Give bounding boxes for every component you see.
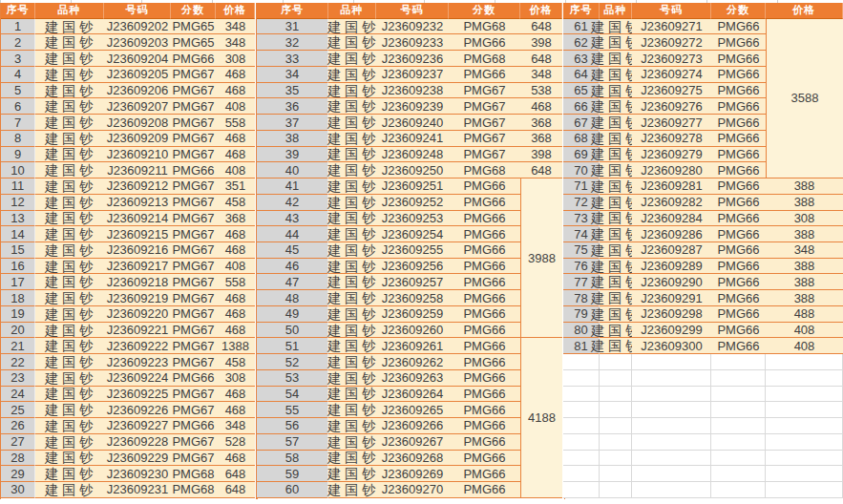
cell-number[interactable]: J23609221 xyxy=(104,323,171,339)
cell-serial[interactable]: 38 xyxy=(257,131,328,147)
cell-number[interactable]: J23609279 xyxy=(632,147,711,163)
cell-grade[interactable]: PMG66 xyxy=(711,211,766,227)
cell-empty[interactable] xyxy=(632,387,711,403)
cell-price[interactable]: 468 xyxy=(216,323,255,339)
cell-brand[interactable]: 建国钞 xyxy=(328,115,376,131)
cell-brand[interactable]: 建国钞 xyxy=(600,226,632,242)
cell-number[interactable]: J23609284 xyxy=(632,211,711,227)
cell-brand[interactable]: 建国钞 xyxy=(35,226,104,242)
cell-empty[interactable] xyxy=(563,466,600,482)
cell-grade[interactable]: PMG67 xyxy=(171,226,216,242)
cell-number[interactable]: J23609260 xyxy=(376,323,449,339)
cell-number[interactable]: J23609261 xyxy=(376,338,449,354)
cell-number[interactable]: J23609237 xyxy=(376,67,449,83)
cell-serial[interactable]: 10 xyxy=(1,162,35,178)
cell-serial[interactable]: 21 xyxy=(1,338,35,354)
cell-grade[interactable]: PMG67 xyxy=(171,115,216,131)
cell-grade[interactable]: PMG67 xyxy=(171,290,216,306)
cell-number[interactable]: J23609206 xyxy=(104,83,171,99)
cell-price[interactable]: 558 xyxy=(216,115,255,131)
cell-serial[interactable]: 2 xyxy=(1,34,35,51)
cell-grade[interactable]: PMG67 xyxy=(171,451,216,467)
cell-grade[interactable]: PMG66 xyxy=(449,274,520,290)
cell-grade[interactable]: PMG66 xyxy=(449,370,520,387)
cell-serial[interactable]: 18 xyxy=(1,290,35,306)
cell-serial[interactable]: 34 xyxy=(257,67,328,83)
cell-number[interactable]: J23609252 xyxy=(376,195,449,211)
cell-price[interactable]: 348 xyxy=(520,67,562,83)
cell-number[interactable]: J23609220 xyxy=(104,306,171,323)
cell-serial[interactable]: 22 xyxy=(1,354,35,370)
cell-brand[interactable]: 建国钞 xyxy=(328,195,376,211)
cell-empty[interactable] xyxy=(711,354,766,370)
cell-brand[interactable]: 建国钞 xyxy=(328,131,376,147)
cell-brand[interactable]: 建国钞 xyxy=(35,370,104,387)
cell-grade[interactable]: PMG66 xyxy=(711,147,766,163)
cell-grade[interactable]: PMG66 xyxy=(449,67,520,83)
cell-serial[interactable]: 14 xyxy=(1,226,35,242)
cell-price[interactable]: 408 xyxy=(216,259,255,275)
cell-empty[interactable] xyxy=(600,451,632,467)
cell-number[interactable]: J23609248 xyxy=(376,147,449,163)
cell-serial[interactable]: 50 xyxy=(257,323,328,339)
cell-price[interactable]: 468 xyxy=(216,226,255,242)
cell-empty[interactable] xyxy=(766,482,843,498)
cell-brand[interactable]: 建国钞 xyxy=(600,259,632,275)
cell-number[interactable]: J23609225 xyxy=(104,387,171,403)
cell-brand[interactable]: 建国钞 xyxy=(328,242,376,259)
cell-empty[interactable] xyxy=(766,387,843,403)
cell-empty[interactable] xyxy=(766,402,843,418)
cell-price[interactable]: 558 xyxy=(216,274,255,290)
cell-price[interactable]: 308 xyxy=(216,370,255,387)
cell-brand[interactable]: 建国钞 xyxy=(328,387,376,403)
cell-grade[interactable]: PMG66 xyxy=(449,482,520,498)
cell-brand[interactable]: 建国钞 xyxy=(35,34,104,51)
cell-grade[interactable]: PMG66 xyxy=(449,34,520,51)
cell-price[interactable]: 468 xyxy=(216,402,255,418)
cell-number[interactable]: J23609209 xyxy=(104,131,171,147)
cell-number[interactable]: J23609290 xyxy=(632,274,711,290)
cell-serial[interactable]: 52 xyxy=(257,354,328,370)
cell-brand[interactable]: 建国钞 xyxy=(600,242,632,259)
cell-number[interactable]: J23609289 xyxy=(632,259,711,275)
cell-price[interactable]: 368 xyxy=(216,211,255,227)
cell-price[interactable]: 468 xyxy=(216,387,255,403)
cell-empty[interactable] xyxy=(632,418,711,434)
cell-price[interactable]: 538 xyxy=(520,83,562,99)
cell-grade[interactable]: PMG67 xyxy=(171,434,216,451)
cell-serial[interactable]: 37 xyxy=(257,115,328,131)
cell-empty[interactable] xyxy=(563,418,600,434)
cell-serial[interactable]: 5 xyxy=(1,83,35,99)
cell-brand[interactable]: 建国钞 xyxy=(328,306,376,323)
cell-price[interactable]: 348 xyxy=(216,19,255,35)
cell-price[interactable]: 388 xyxy=(766,274,843,290)
cell-number[interactable]: J23609259 xyxy=(376,306,449,323)
cell-empty[interactable] xyxy=(563,387,600,403)
cell-number[interactable]: J23609282 xyxy=(632,195,711,211)
cell-price[interactable]: 648 xyxy=(216,482,255,498)
cell-price[interactable]: 351 xyxy=(216,178,255,195)
cell-number[interactable]: J23609264 xyxy=(376,387,449,403)
cell-empty[interactable] xyxy=(563,434,600,451)
cell-brand[interactable]: 建国钞 xyxy=(35,115,104,131)
cell-serial[interactable]: 7 xyxy=(1,115,35,131)
cell-number[interactable]: J23609240 xyxy=(376,115,449,131)
cell-brand[interactable]: 建国钞 xyxy=(328,482,376,498)
cell-empty[interactable] xyxy=(766,451,843,467)
cell-empty[interactable] xyxy=(766,354,843,370)
cell-price[interactable]: 348 xyxy=(216,34,255,51)
cell-brand[interactable]: 建国钞 xyxy=(35,67,104,83)
cell-brand[interactable]: 建国钞 xyxy=(328,98,376,115)
cell-brand[interactable]: 建国钞 xyxy=(328,67,376,83)
cell-grade[interactable]: PMG66 xyxy=(711,67,766,83)
cell-empty[interactable] xyxy=(711,434,766,451)
cell-number[interactable]: J23609227 xyxy=(104,418,171,434)
cell-brand[interactable]: 建国钞 xyxy=(35,418,104,434)
cell-serial[interactable]: 17 xyxy=(1,274,35,290)
cell-grade[interactable]: PMG67 xyxy=(171,98,216,115)
cell-grade[interactable]: PMG67 xyxy=(171,178,216,195)
cell-number[interactable]: J23609275 xyxy=(632,83,711,99)
cell-number[interactable]: J23609270 xyxy=(376,482,449,498)
cell-price[interactable]: 408 xyxy=(766,323,843,339)
cell-price[interactable]: 308 xyxy=(766,211,843,227)
